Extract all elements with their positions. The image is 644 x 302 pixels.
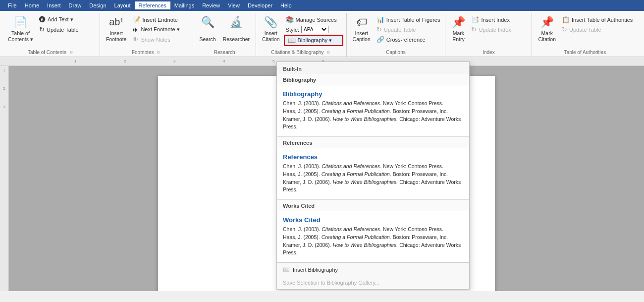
- insert-table-auth-button[interactable]: 📋 Insert Table of Authorities: [560, 15, 635, 24]
- ribbon-group-citations: 📎 InsertCitation 📚 Manage Sources Style:…: [256, 13, 347, 57]
- style-label: Style:: [286, 27, 300, 33]
- search-icon: 🔍: [201, 17, 215, 28]
- cross-reference-label: Cross-reference: [386, 37, 426, 43]
- insert-index-button[interactable]: 📑 Insert Index: [469, 15, 529, 24]
- search-button[interactable]: 🔍 Search: [196, 15, 218, 45]
- research-group-items: 🔍 Search 🔬 Researcher: [196, 15, 253, 49]
- cross-reference-icon: 🔗: [376, 36, 384, 43]
- show-notes-label: Show Notes: [141, 37, 170, 43]
- index-stack: 📑 Insert Index ↻ Update Index: [469, 15, 529, 34]
- next-footnote-icon: ⏭: [132, 26, 139, 33]
- toc-icon: 📄: [14, 17, 27, 28]
- vertical-ruler: 1 2 3: [0, 66, 9, 291]
- references-ref-3: Kramer, J. D. (2006). How to Write Bibli…: [283, 179, 463, 194]
- update-table-cap-button[interactable]: ↻ Update Table: [375, 25, 442, 34]
- add-text-label: Add Text ▾: [48, 16, 73, 23]
- research-group-label: Research: [196, 49, 253, 57]
- update-table-button[interactable]: ↻ Update Table: [37, 25, 97, 34]
- bibliography-ref-2: Haas, J. (2005). Creating a Formal Publi…: [283, 108, 463, 116]
- menu-home[interactable]: Home: [21, 1, 43, 9]
- menu-view[interactable]: View: [224, 1, 244, 9]
- update-table-cap-icon: ↻: [376, 26, 382, 33]
- insert-table-figures-icon: 📊: [376, 16, 384, 23]
- toc-stack: 🅐 Add Text ▾ ↻ Update Table: [37, 15, 97, 34]
- update-index-button[interactable]: ↻ Update Index: [469, 25, 529, 34]
- bibliography-ref-1: Chen, J. (2003). Citations and Reference…: [283, 100, 463, 108]
- update-index-icon: ↻: [471, 26, 477, 33]
- style-dropdown[interactable]: APA MLA Chicago: [301, 26, 328, 33]
- mark-entry-icon: 📌: [452, 17, 465, 28]
- insert-endnote-button[interactable]: 📝 Insert Endnote: [130, 15, 190, 24]
- insert-caption-button[interactable]: 🏷 InsertCaption: [350, 15, 374, 45]
- ribbon-group-research: 🔍 Search 🔬 Researcher Research: [193, 13, 256, 57]
- insert-citation-label: InsertCitation: [262, 30, 280, 43]
- menu-mailings[interactable]: Mailings: [170, 1, 198, 9]
- ribbon: 📄 Table ofContents ▾ 🅐 Add Text ▾ ↻ Upda…: [0, 11, 644, 66]
- insert-table-auth-icon: 📋: [562, 16, 570, 23]
- workscited-item[interactable]: Works Cited Chen, J. (2003). Citations a…: [277, 211, 469, 262]
- insert-endnote-label: Insert Endnote: [142, 17, 178, 23]
- insert-footnote-label: InsertFootnote: [106, 30, 126, 43]
- save-to-gallery-label: Save Selection to Bibliography Gallery..…: [283, 280, 379, 286]
- insert-footnote-button[interactable]: ab¹ InsertFootnote: [103, 15, 129, 45]
- authorities-group-label: Table of Authorities: [535, 49, 635, 57]
- menu-file[interactable]: File: [4, 1, 21, 9]
- bibliography-item[interactable]: Bibliography Chen, J. (2003). Citations …: [277, 85, 469, 136]
- insert-citation-button[interactable]: 📎 InsertCitation: [259, 15, 283, 45]
- ribbon-group-index: 📌 MarkEntry 📑 Insert Index ↻ Update Inde…: [445, 13, 532, 57]
- save-to-gallery-action: Save Selection to Bibliography Gallery..…: [277, 276, 469, 289]
- insert-table-figures-button[interactable]: 📊 Insert Table of Figures: [375, 15, 442, 24]
- update-table-auth-icon: ↻: [562, 26, 567, 33]
- captions-stack: 📊 Insert Table of Figures ↻ Update Table…: [375, 15, 442, 44]
- bibliography-section-label: Bibliography: [277, 74, 469, 85]
- mark-citation-button[interactable]: 📌 MarkCitation: [535, 15, 559, 45]
- update-table-auth-button[interactable]: ↻ Update Table: [560, 25, 635, 34]
- menu-design[interactable]: Design: [85, 1, 110, 9]
- references-item[interactable]: References Chen, J. (2003). Citations an…: [277, 148, 469, 199]
- authorities-stack: 📋 Insert Table of Authorities ↻ Update T…: [560, 15, 635, 34]
- add-text-button[interactable]: 🅐 Add Text ▾: [37, 15, 97, 24]
- style-select-row: Style: APA MLA Chicago: [284, 25, 343, 34]
- update-index-label: Update Index: [479, 27, 511, 33]
- toc-expand-icon[interactable]: ⎋: [68, 49, 74, 55]
- authorities-group-items: 📌 MarkCitation 📋 Insert Table of Authori…: [535, 15, 635, 49]
- ribbon-group-toc: 📄 Table ofContents ▾ 🅐 Add Text ▾ ↻ Upda…: [2, 13, 100, 57]
- manage-sources-button[interactable]: 📚 Manage Sources: [284, 15, 343, 24]
- menu-layout[interactable]: Layout: [110, 1, 135, 9]
- dropdown-actions: 📖 Insert Bibliography Save Selection to …: [277, 262, 469, 289]
- footnotes-expand-icon[interactable]: ⎋: [156, 49, 161, 55]
- bibliography-button[interactable]: 📖 Bibliography ▾: [284, 35, 343, 46]
- toc-button[interactable]: 📄 Table ofContents ▾: [5, 15, 36, 45]
- bibliography-item-title: Bibliography: [283, 90, 463, 98]
- mark-entry-button[interactable]: 📌 MarkEntry: [448, 15, 468, 45]
- researcher-button[interactable]: 🔬 Researcher: [220, 15, 253, 45]
- index-group-items: 📌 MarkEntry 📑 Insert Index ↻ Update Inde…: [448, 15, 529, 49]
- menu-developer[interactable]: Developer: [244, 1, 276, 9]
- insert-bibliography-action[interactable]: 📖 Insert Bibliography: [277, 263, 469, 276]
- menu-draw[interactable]: Draw: [65, 1, 86, 9]
- citations-expand-icon[interactable]: ⎋: [325, 49, 331, 55]
- add-text-icon: 🅐: [39, 16, 46, 23]
- cross-reference-button[interactable]: 🔗 Cross-reference: [375, 35, 442, 44]
- references-item-title: References: [283, 153, 463, 161]
- citations-group-label: Citations & Bibliography ⎋: [259, 48, 343, 57]
- menu-insert[interactable]: Insert: [43, 1, 65, 9]
- manage-sources-label: Manage Sources: [296, 17, 337, 23]
- menu-references[interactable]: References: [135, 1, 170, 9]
- workscited-ref-1: Chen, J. (2003). Citations and Reference…: [283, 226, 463, 234]
- menu-help[interactable]: Help: [276, 1, 296, 9]
- footnotes-group-label: Footnotes ⎋: [103, 48, 190, 57]
- mark-entry-label: MarkEntry: [452, 30, 465, 43]
- menu-review[interactable]: Review: [198, 1, 224, 9]
- ribbon-group-authorities: 📌 MarkCitation 📋 Insert Table of Authori…: [532, 13, 638, 57]
- ribbon-group-captions: 🏷 InsertCaption 📊 Insert Table of Figure…: [347, 13, 446, 57]
- search-label: Search: [199, 36, 215, 43]
- citations-stack: 📚 Manage Sources Style: APA MLA Chicago …: [284, 15, 343, 46]
- workscited-ref-3: Kramer, J. D. (2006). How to Write Bibli…: [283, 242, 463, 257]
- show-notes-button[interactable]: 👁 Show Notes: [130, 35, 190, 44]
- insert-endnote-icon: 📝: [132, 16, 140, 23]
- next-footnote-button[interactable]: ⏭ Next Footnote ▾: [130, 25, 190, 34]
- next-footnote-label: Next Footnote ▾: [141, 26, 179, 33]
- researcher-label: Researcher: [223, 36, 250, 43]
- insert-index-label: Insert Index: [481, 17, 509, 23]
